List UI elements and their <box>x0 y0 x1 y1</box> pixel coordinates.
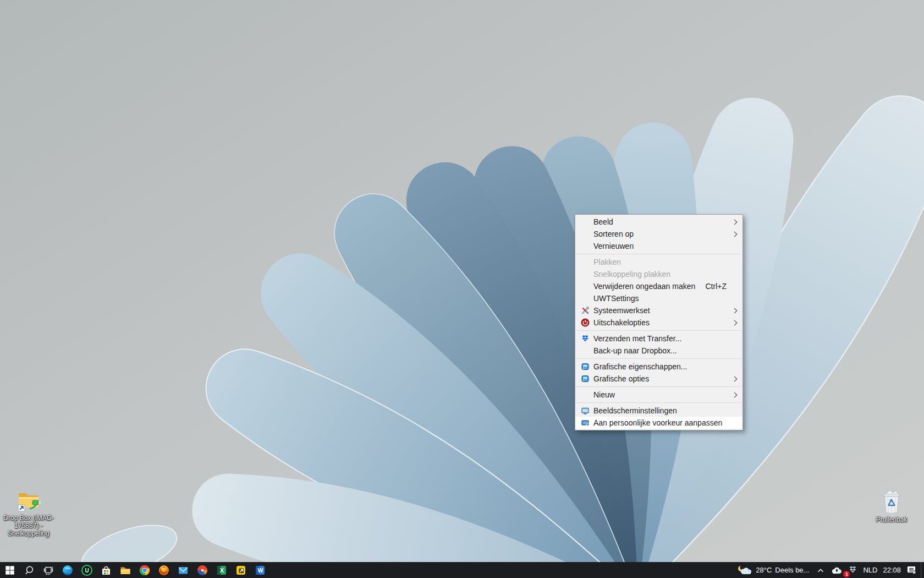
menu-item-shortcut: Ctrl+Z <box>706 282 727 291</box>
intel-graphics-icon <box>580 362 590 371</box>
menu-item-grafische-opties[interactable]: Grafische opties <box>575 373 743 385</box>
mail-icon <box>177 564 189 576</box>
dropbox-tray-icon <box>848 565 857 575</box>
menu-item-label: Grafische opties <box>593 374 649 383</box>
language-indicator[interactable]: NLD <box>860 562 880 578</box>
desktop-icon-label: Prullenbak <box>876 516 908 524</box>
file-explorer-icon <box>119 564 131 576</box>
submenu-arrow-icon <box>732 392 738 398</box>
word-icon: W <box>254 564 266 576</box>
action-center-icon <box>906 565 917 575</box>
search-icon <box>24 565 35 576</box>
menu-separator <box>576 386 741 387</box>
chevron-up-icon <box>816 566 825 575</box>
desktop[interactable]: Drop Box (IMAC-175887) - Snelkoppeling P… <box>0 0 924 578</box>
weather-widget[interactable]: 28°C Deels be... <box>732 562 813 578</box>
submenu-arrow-icon <box>732 308 738 314</box>
menu-item-beeldscherminstellingen[interactable]: Beeldscherminstellingen <box>575 405 743 417</box>
personalization-icon <box>580 418 590 427</box>
edge-icon <box>62 564 74 576</box>
display-icon <box>580 406 590 415</box>
desktop-icon-dropbox-shortcut[interactable]: Drop Box (IMAC-175887) - Snelkoppeling <box>2 487 55 537</box>
svg-text:U: U <box>85 568 89 574</box>
menu-item-label: UWTSettings <box>593 294 639 303</box>
taskbar-app-edge[interactable] <box>58 562 77 578</box>
menu-item-backup-naar-dropbox[interactable]: Back-up naar Dropbox... <box>575 345 743 357</box>
clock[interactable]: 22:08 <box>880 562 904 578</box>
taskbar-app-word[interactable]: W <box>250 562 270 578</box>
desktop-icon-label: Drop Box (IMAC-175887) - Snelkoppeling <box>2 514 55 537</box>
menu-separator <box>576 402 741 403</box>
dropbox-icon <box>580 334 590 343</box>
menu-item-sorteren-op[interactable]: Sorteren op <box>575 228 743 240</box>
network-folder-shortcut-icon <box>15 487 42 513</box>
taskbar-app-file-explorer[interactable] <box>116 562 135 578</box>
search-button[interactable] <box>19 562 38 578</box>
menu-item-uitschakelopties[interactable]: Uitschakelopties <box>575 317 743 329</box>
menu-item-grafische-eigenschappen[interactable]: Grafische eigenschappen... <box>575 361 743 373</box>
submenu-arrow-icon <box>732 377 738 382</box>
wallpaper-bloom <box>0 0 924 578</box>
menu-item-label: Snelkoppeling plakken <box>593 270 670 279</box>
action-center-button[interactable] <box>904 562 920 578</box>
menu-item-plakken: Plakken <box>575 256 743 268</box>
temperature-text: 28°C <box>756 566 772 574</box>
cloud-upload-icon <box>831 566 843 575</box>
menu-item-label: Plakken <box>593 258 621 266</box>
taskbar: U <box>0 562 924 578</box>
intel-graphics-icon <box>580 374 590 383</box>
taskbar-app-u-green[interactable]: U <box>77 562 96 578</box>
taskbar-app-microsoft-store[interactable] <box>96 562 116 578</box>
menu-item-vernieuwen[interactable]: Vernieuwen <box>575 240 743 252</box>
menu-item-systeemwerkset[interactable]: Systeemwerkset <box>575 304 743 317</box>
tray-overflow-button[interactable] <box>813 562 828 578</box>
task-view-button[interactable] <box>38 562 58 578</box>
green-u-app-icon: U <box>81 564 93 576</box>
yellow-arrow-app-icon <box>235 564 247 576</box>
system-tray: 28°C Deels be... <box>732 562 924 578</box>
menu-item-nieuw[interactable]: Nieuw <box>575 389 743 401</box>
taskbar-app-colorful[interactable] <box>193 562 212 578</box>
task-view-icon <box>43 565 54 576</box>
windows-logo-icon <box>4 565 15 576</box>
dropbox-tray-button[interactable]: 1 <box>845 562 860 578</box>
power-icon <box>580 318 590 327</box>
menu-item-snelkoppeling-plakken: Snelkoppeling plakken <box>575 268 743 280</box>
menu-item-label: Uitschakelopties <box>593 318 650 327</box>
colorful-app-icon <box>196 564 208 576</box>
weather-condition-text: Deels be... <box>775 566 809 574</box>
desktop-icon-recycle-bin[interactable]: Prullenbak <box>866 488 917 524</box>
menu-item-uwtsettings[interactable]: UWTSettings <box>575 292 743 304</box>
menu-item-label: Beeldscherminstellingen <box>593 406 677 415</box>
taskbar-app-yellow-arrow[interactable] <box>231 562 250 578</box>
menu-item-verzenden-met-transfer[interactable]: Verzenden met Transfer... <box>575 332 743 345</box>
taskbar-app-firefox[interactable] <box>154 562 173 578</box>
excel-icon: X <box>216 564 228 576</box>
menu-item-beeld[interactable]: Beeld <box>575 216 743 228</box>
svg-text:W: W <box>257 567 263 574</box>
svg-text:X: X <box>219 567 224 574</box>
firefox-icon <box>158 564 170 576</box>
recycle-bin-full-icon <box>879 488 904 515</box>
start-button[interactable] <box>0 562 19 578</box>
menu-item-label: Back-up naar Dropbox... <box>593 346 677 355</box>
submenu-arrow-icon <box>732 220 738 225</box>
dropbox-notification-badge: 1 <box>843 571 850 577</box>
time-text: 22:08 <box>883 566 901 574</box>
taskbar-app-mail[interactable] <box>173 562 193 578</box>
partly-cloudy-night-icon <box>736 565 752 576</box>
menu-item-label: Verzenden met Transfer... <box>593 334 681 343</box>
menu-separator <box>576 358 741 359</box>
taskbar-app-chrome[interactable] <box>135 562 154 578</box>
submenu-arrow-icon <box>732 320 738 326</box>
show-desktop-button[interactable] <box>921 562 924 578</box>
menu-item-label: Sorteren op <box>593 230 634 238</box>
menu-item-label: Beeld <box>593 217 613 226</box>
context-menu: Beeld Sorteren op Vernieuwen Plakken Sne… <box>575 214 743 430</box>
chrome-icon <box>139 564 151 576</box>
taskbar-app-excel[interactable]: X <box>212 562 231 578</box>
menu-item-label: Aan persoonlijke voorkeur aanpassen <box>593 418 722 427</box>
menu-item-verwijderen-ongedaan-maken[interactable]: Verwijderen ongedaan maken Ctrl+Z <box>575 280 743 292</box>
menu-item-aan-persoonlijke-voorkeur-aanpassen[interactable]: Aan persoonlijke voorkeur aanpassen <box>575 417 743 429</box>
menu-item-label: Nieuw <box>593 390 615 399</box>
